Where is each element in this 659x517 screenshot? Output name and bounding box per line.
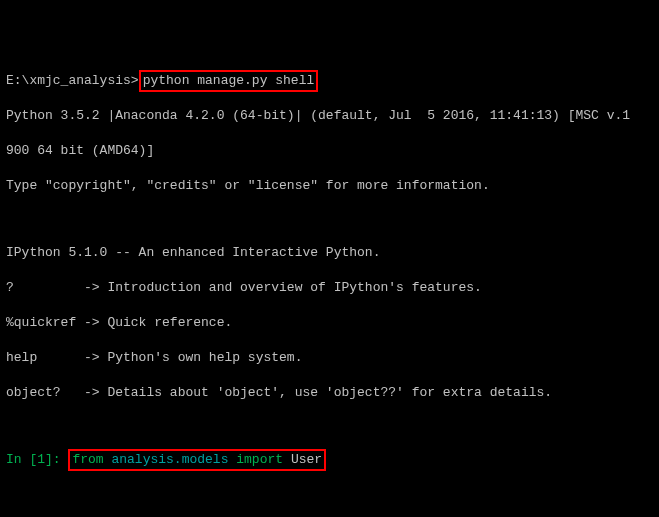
shell-command-highlight: python manage.py shell [139,70,319,92]
help-help: help -> Python's own help system. [6,349,653,367]
startup-line-1: Python 3.5.2 |Anaconda 4.2.0 (64-bit)| (… [6,107,653,125]
blank-line [6,420,653,434]
in-1-prompt: In [1]: [6,452,68,467]
kw-from: from [72,452,103,467]
startup-line-2: 900 64 bit (AMD64)] [6,142,653,160]
kw-import: import [236,452,283,467]
help-quickref: %quickref -> Quick reference. [6,314,653,332]
blank-line [6,213,653,227]
help-qmark: ? -> Introduction and overview of IPytho… [6,279,653,297]
startup-line-3: Type "copyright", "credits" or "license"… [6,177,653,195]
blank-line [6,486,653,500]
ipython-banner: IPython 5.1.0 -- An enhanced Interactive… [6,244,653,262]
shell-command: python manage.py shell [143,73,315,88]
shell-prompt-line[interactable]: E:\xmjc_analysis>python manage.py shell [6,72,653,90]
import-highlight: from analysis.models import User [68,449,326,471]
shell-path: E:\xmjc_analysis> [6,73,139,88]
import-target: User [283,452,322,467]
help-object: object? -> Details about 'object', use '… [6,384,653,402]
module-path: analysis.models [104,452,237,467]
in-1-line[interactable]: In [1]: from analysis.models import User [6,451,653,469]
